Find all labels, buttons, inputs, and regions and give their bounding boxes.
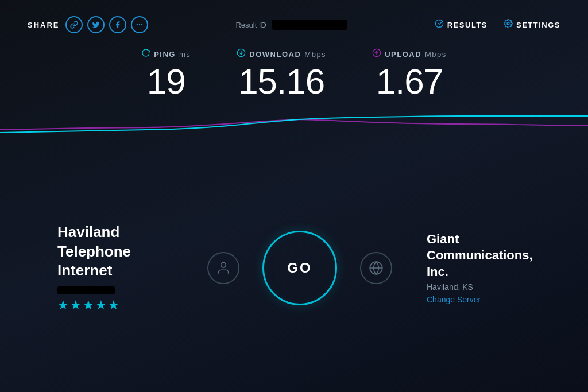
upload-unit: Mbps: [425, 50, 447, 59]
ping-label-row: PING ms: [141, 48, 191, 60]
stats-section: PING ms 19 DOWNLOAD Mbps 15.16: [0, 42, 588, 104]
download-label-row: DOWNLOAD Mbps: [237, 48, 326, 60]
ping-unit: ms: [179, 50, 191, 59]
facebook-share-icon[interactable]: [109, 16, 126, 33]
ping-stat: PING ms 19: [141, 48, 191, 101]
server-name: Giant Communications, Inc.: [427, 231, 554, 281]
user-icon-button[interactable]: [207, 252, 239, 284]
ping-value: 19: [141, 62, 191, 101]
upload-stat: UPLOAD Mbps 1.67: [372, 48, 447, 101]
server-section: Giant Communications, Inc. Haviland, KS …: [415, 231, 554, 305]
settings-icon: [504, 19, 513, 30]
ping-label: PING: [154, 50, 176, 59]
upload-icon: [372, 48, 381, 60]
isp-section: Haviland Telephone Internet ★★★★★: [34, 223, 184, 313]
change-server-button[interactable]: Change Server: [427, 295, 481, 304]
results-icon: [435, 19, 444, 30]
share-section: SHARE: [28, 16, 148, 33]
results-nav-item[interactable]: RESULTS: [435, 19, 488, 30]
server-location: Haviland, KS: [427, 282, 473, 292]
settings-label: SETTINGS: [516, 21, 560, 29]
share-label: SHARE: [28, 21, 60, 29]
results-label: RESULTS: [447, 21, 488, 29]
more-share-icon[interactable]: [131, 16, 148, 33]
download-value: 15.16: [237, 62, 326, 101]
result-id-bar: [272, 20, 347, 30]
twitter-share-icon[interactable]: [87, 16, 105, 33]
svg-point-6: [507, 22, 509, 25]
download-icon: [237, 48, 246, 60]
svg-point-0: [136, 24, 137, 25]
share-icons: [65, 16, 148, 33]
svg-point-1: [138, 24, 140, 25]
isp-stars: ★★★★★: [57, 298, 121, 313]
upload-value: 1.67: [372, 62, 447, 101]
result-id-label: Result ID: [235, 21, 266, 29]
divider: [0, 141, 588, 141]
isp-name: Haviland Telephone Internet: [57, 223, 184, 281]
svg-point-11: [221, 262, 226, 267]
ping-icon: [141, 48, 150, 60]
go-label: GO: [287, 260, 312, 276]
globe-icon-button[interactable]: [360, 252, 392, 284]
go-button[interactable]: GO: [262, 231, 337, 305]
download-unit: Mbps: [304, 50, 326, 59]
speed-graph: [0, 104, 588, 138]
isp-rating-bar: [57, 286, 115, 294]
header: SHARE: [0, 0, 588, 42]
link-share-icon[interactable]: [65, 16, 83, 33]
nav-section: RESULTS SETTINGS: [435, 19, 560, 30]
download-label: DOWNLOAD: [249, 50, 301, 59]
result-id-section: Result ID: [235, 20, 346, 30]
settings-nav-item[interactable]: SETTINGS: [504, 19, 560, 30]
upload-label-row: UPLOAD Mbps: [372, 48, 447, 60]
upload-label: UPLOAD: [385, 50, 421, 59]
app-container: SHARE: [0, 0, 588, 392]
main-content: Haviland Telephone Internet ★★★★★ GO G: [0, 143, 588, 392]
svg-point-2: [141, 24, 142, 25]
download-stat: DOWNLOAD Mbps 15.16: [237, 48, 326, 101]
